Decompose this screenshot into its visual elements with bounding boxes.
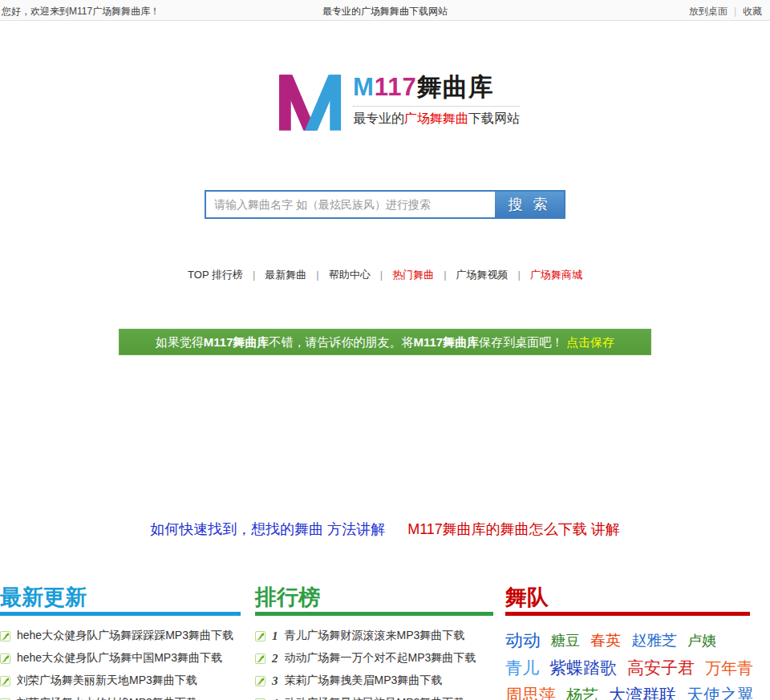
teams-tag-cloud: 动动糖豆春英赵雅芝卢姨青儿紫蝶踏歌高安子君万年青周思萍杨艺大湾群联天使之翼 — [505, 627, 750, 700]
ranking-item-label: 动动广场舞一万个对不起MP3舞曲下载 — [285, 651, 476, 666]
team-tag[interactable]: 天使之翼 — [687, 684, 754, 700]
nav-link[interactable]: 广场舞商城 — [530, 269, 582, 281]
teams-title: 舞队 — [505, 584, 750, 611]
nav-link[interactable]: 最新舞曲 — [265, 269, 306, 281]
banner-text: 如果觉得 — [156, 335, 204, 349]
ranking-rule — [255, 612, 493, 616]
ranking-item-label: 青儿广场舞财源滚滚来MP3舞曲下载 — [285, 629, 465, 643]
search-bar: 搜 索 — [205, 190, 565, 219]
teams-section: 舞队 动动糖豆春英赵雅芝卢姨青儿紫蝶踏歌高安子君万年青周思萍杨艺大湾群联天使之翼 — [505, 584, 750, 700]
favorite-link[interactable]: 收藏 — [743, 6, 762, 17]
music-note-icon — [0, 631, 10, 641]
team-tag[interactable]: 大湾群联 — [609, 684, 676, 700]
team-tag-row: 周思萍杨艺大湾群联天使之翼 — [505, 682, 750, 700]
rank-number: 2 — [272, 652, 278, 666]
banner-text: 保存到桌面吧！ — [479, 335, 563, 349]
bottom-columns: 最新更新 hehe大众健身队广场舞踩踩踩MP3舞曲下载hehe大众健身队广场舞中… — [0, 584, 770, 700]
latest-item-label: 刘荣广场舞火火的姑娘MP3舞曲下载 — [17, 696, 197, 700]
save-to-desktop-cta[interactable]: 点击保存 — [566, 335, 614, 349]
banner-brand: M117舞曲库 — [204, 335, 270, 349]
save-banner: 如果觉得M117舞曲库不错，请告诉你的朋友。将M117舞曲库保存到桌面吧！点击保… — [119, 329, 651, 355]
ranking-title: 排行榜 — [255, 584, 493, 611]
nav-link[interactable]: 广场舞视频 — [456, 269, 509, 281]
latest-updates-rule — [0, 612, 241, 616]
team-tag[interactable]: 糖豆 — [551, 631, 580, 650]
latest-updates-list: hehe大众健身队广场舞踩踩踩MP3舞曲下载hehe大众健身队广场舞中国MP3舞… — [0, 625, 241, 700]
save-to-desktop-link[interactable]: 放到桌面 — [689, 6, 727, 17]
site-logo[interactable]: M117舞曲库 最专业的广场舞舞曲下载网站 — [279, 74, 520, 132]
rank-number: 4 — [272, 697, 278, 700]
latest-item-label: 刘荣广场舞美丽新天地MP3舞曲下载 — [17, 674, 197, 688]
teams-rule — [505, 612, 750, 616]
ranking-item-label: 茉莉广场舞拽美眉MP3舞曲下载 — [285, 674, 443, 688]
nav-separator: | — [444, 269, 446, 281]
team-tag-row: 动动糖豆春英赵雅芝卢姨 — [505, 627, 750, 654]
banner-brand: M117舞曲库 — [414, 335, 480, 349]
latest-item[interactable]: 刘荣广场舞美丽新天地MP3舞曲下载 — [0, 670, 241, 692]
how-to-find-link[interactable]: 如何快速找到，想找的舞曲 方法讲解 — [150, 520, 385, 539]
team-tag[interactable]: 青儿 — [505, 657, 539, 679]
site-title: M117舞曲库 — [353, 74, 520, 101]
ranking-item[interactable]: 3茉莉广场舞拽美眉MP3舞曲下载 — [255, 670, 493, 692]
team-tag[interactable]: 春英 — [590, 630, 621, 651]
music-note-icon — [255, 676, 265, 686]
team-tag[interactable]: 赵雅芝 — [631, 630, 677, 651]
latest-item-label: hehe大众健身队广场舞踩踩踩MP3舞曲下载 — [17, 629, 233, 643]
team-tag[interactable]: 周思萍 — [505, 684, 556, 700]
nav-separator: | — [380, 269, 383, 281]
team-tag[interactable]: 高安子君 — [627, 657, 695, 679]
ranking-section: 排行榜 1青儿广场舞财源滚滚来MP3舞曲下载2动动广场舞一万个对不起MP3舞曲下… — [255, 584, 493, 700]
promo-line: 如何快速找到，想找的舞曲 方法讲解 M117舞曲库的舞曲怎么下载 讲解 — [0, 520, 770, 539]
latest-item[interactable]: 刘荣广场舞火火的姑娘MP3舞曲下载 — [0, 692, 241, 700]
topbar: 您好，欢迎来到M117广场舞舞曲库！ 最专业的广场舞舞曲下载网站 放到桌面|收藏 — [0, 0, 770, 21]
nav-separator: | — [518, 269, 521, 281]
nav-link[interactable]: 热门舞曲 — [392, 269, 434, 281]
logo-m-icon — [279, 74, 342, 132]
team-tag[interactable]: 万年青 — [705, 658, 753, 679]
ranking-item[interactable]: 4动动广场舞最炫民族风MP3舞曲下载 — [255, 692, 493, 700]
rank-number: 1 — [272, 629, 278, 643]
nav-link[interactable]: TOP 排行榜 — [188, 269, 243, 281]
latest-item-label: hehe大众健身队广场舞中国MP3舞曲下载 — [17, 651, 222, 666]
latest-item[interactable]: hehe大众健身队广场舞中国MP3舞曲下载 — [0, 647, 241, 670]
music-note-icon — [255, 631, 265, 641]
ranking-item[interactable]: 1青儿广场舞财源滚滚来MP3舞曲下载 — [255, 625, 493, 647]
search-input[interactable] — [206, 192, 495, 217]
topbar-slogan: 最专业的广场舞舞曲下载网站 — [0, 5, 770, 18]
music-note-icon — [0, 653, 10, 664]
music-note-icon — [0, 676, 10, 686]
main-nav: TOP 排行榜|最新舞曲|帮助中心|热门舞曲|广场舞视频|广场舞商城 — [0, 268, 770, 282]
ranking-item-label: 动动广场舞最炫民族风MP3舞曲下载 — [285, 696, 465, 700]
nav-separator: | — [253, 269, 255, 281]
logo-divider — [353, 106, 520, 107]
team-tag[interactable]: 紫蝶踏歌 — [549, 657, 617, 679]
ranking-item[interactable]: 2动动广场舞一万个对不起MP3舞曲下载 — [255, 647, 493, 670]
nav-link[interactable]: 帮助中心 — [329, 269, 371, 281]
how-to-download-link[interactable]: M117舞曲库的舞曲怎么下载 讲解 — [407, 520, 620, 539]
team-tag[interactable]: 动动 — [505, 629, 541, 653]
ranking-list: 1青儿广场舞财源滚滚来MP3舞曲下载2动动广场舞一万个对不起MP3舞曲下载3茉莉… — [255, 625, 493, 700]
latest-updates-section: 最新更新 hehe大众健身队广场舞踩踩踩MP3舞曲下载hehe大众健身队广场舞中… — [0, 584, 241, 700]
banner-text: 不错，请告诉你的朋友。将 — [270, 335, 414, 349]
team-tag[interactable]: 卢姨 — [687, 631, 716, 650]
site-tagline: 最专业的广场舞舞曲下载网站 — [353, 111, 520, 127]
latest-updates-title: 最新更新 — [0, 584, 241, 611]
team-tag[interactable]: 杨艺 — [566, 685, 598, 700]
latest-item[interactable]: hehe大众健身队广场舞踩踩踩MP3舞曲下载 — [0, 625, 241, 647]
music-note-icon — [255, 653, 265, 664]
nav-separator: | — [316, 269, 318, 281]
team-tag-row: 青儿紫蝶踏歌高安子君万年青 — [505, 654, 750, 682]
search-button[interactable]: 搜 索 — [495, 192, 564, 217]
topbar-separator: | — [734, 6, 736, 17]
rank-number: 3 — [272, 674, 278, 688]
